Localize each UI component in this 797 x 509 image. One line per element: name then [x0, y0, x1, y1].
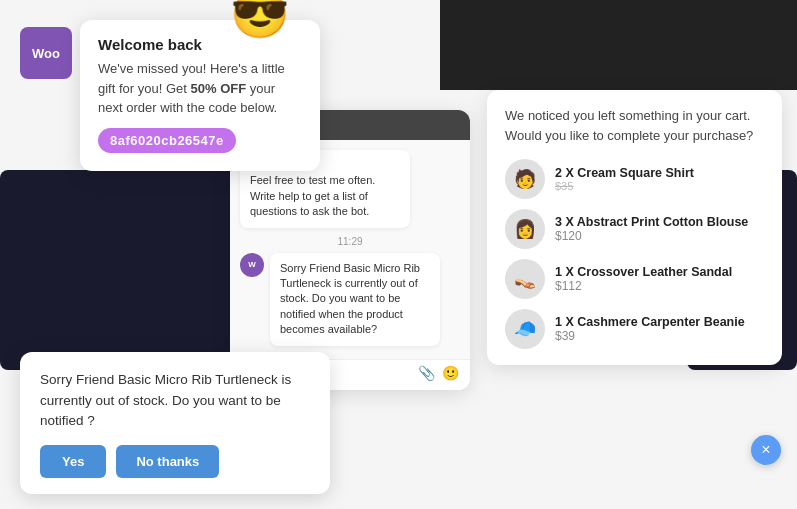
cart-item-info-4: 1 X Cashmere Carpenter Beanie $39 [555, 315, 764, 343]
chat-close-button[interactable]: × [751, 435, 781, 465]
chat-bubble-woo: Sorry Friend Basic Micro Rib Turtleneck … [270, 253, 440, 346]
cart-item-price-2: $120 [555, 229, 764, 243]
cart-item-4: 🧢 1 X Cashmere Carpenter Beanie $39 [505, 309, 764, 349]
woo-label: Woo [32, 46, 60, 61]
cart-item-img-3: 👡 [505, 259, 545, 299]
close-icon: × [761, 441, 770, 459]
chat-timestamp: 11:29 [240, 236, 460, 247]
yes-button[interactable]: Yes [40, 445, 106, 478]
cart-item-price-4: $39 [555, 329, 764, 343]
cart-item-name-2: 3 X Abstract Print Cotton Blouse [555, 215, 764, 229]
chat-avatar: W [240, 253, 264, 277]
emoji-icon[interactable]: 🙂 [442, 366, 460, 384]
cart-item-name-3: 1 X Crossover Leather Sandal [555, 265, 764, 279]
welcome-popup: 😎 Welcome back We've missed you! Here's … [80, 20, 320, 171]
oos-popup: Sorry Friend Basic Micro Rib Turtleneck … [20, 352, 330, 494]
cart-item-name-4: 1 X Cashmere Carpenter Beanie [555, 315, 764, 329]
chat-icons: 📎 🙂 [418, 366, 460, 384]
cart-item-info-2: 3 X Abstract Print Cotton Blouse $120 [555, 215, 764, 243]
chat-message-row-2: W Sorry Friend Basic Micro Rib Turtlenec… [240, 253, 460, 346]
cart-item-info-3: 1 X Crossover Leather Sandal $112 [555, 265, 764, 293]
oos-text: Sorry Friend Basic Micro Rib Turtleneck … [40, 370, 310, 431]
cart-item-price-3: $112 [555, 279, 764, 293]
coupon-code[interactable]: 8af6020cb26547e [98, 128, 236, 153]
cart-item-1: 🧑 2 X Cream Square Shirt $35 [505, 159, 764, 199]
cart-item-img-2: 👩 [505, 209, 545, 249]
cart-popup: We noticed you left something in your ca… [487, 90, 782, 365]
cart-item-name-1: 2 X Cream Square Shirt [555, 166, 764, 180]
chat-avatar-label: W [248, 260, 256, 269]
cart-items-list: 🧑 2 X Cream Square Shirt $35 👩 3 X Abstr… [505, 159, 764, 349]
welcome-emoji: 😎 [230, 0, 290, 38]
dark-header-strip [440, 0, 797, 90]
cart-item-price-1: $35 [555, 180, 764, 192]
no-thanks-button[interactable]: No thanks [116, 445, 219, 478]
cart-item-3: 👡 1 X Crossover Leather Sandal $112 [505, 259, 764, 299]
paperclip-icon[interactable]: 📎 [418, 366, 436, 384]
cart-item-img-4: 🧢 [505, 309, 545, 349]
welcome-body: We've missed you! Here's a little gift f… [98, 59, 302, 118]
welcome-bold: 50% OFF [191, 81, 247, 96]
bg-box-left [0, 170, 240, 370]
oos-buttons: Yes No thanks [40, 445, 310, 478]
cart-item-2: 👩 3 X Abstract Print Cotton Blouse $120 [505, 209, 764, 249]
chat-msg-detail: Feel free to test me often. Write help t… [250, 174, 375, 217]
cart-intro: We noticed you left something in your ca… [505, 106, 764, 145]
chat-body: Ask Feel free to test me often. Write he… [230, 140, 470, 359]
woo-badge: Woo [20, 27, 72, 79]
cart-item-img-1: 🧑 [505, 159, 545, 199]
cart-item-info-1: 2 X Cream Square Shirt $35 [555, 166, 764, 192]
